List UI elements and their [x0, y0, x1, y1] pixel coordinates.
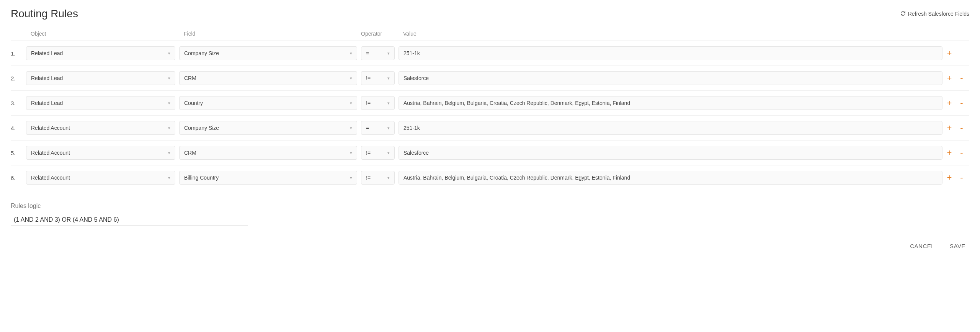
field-select-value: Billing Country — [184, 175, 219, 181]
field-select[interactable]: Company Size▾ — [179, 121, 357, 135]
chevron-down-icon: ▾ — [350, 150, 352, 155]
chevron-down-icon: ▾ — [350, 101, 352, 106]
add-rule-button[interactable]: + — [946, 74, 952, 82]
add-rule-button[interactable]: + — [946, 49, 952, 57]
chevron-down-icon: ▾ — [350, 126, 352, 131]
column-header-object: Object — [26, 31, 175, 37]
rule-row: 5.Related Account▾CRM▾!=▾+- — [11, 141, 969, 165]
operator-select-value: = — [366, 50, 369, 56]
operator-select-value: != — [366, 75, 371, 81]
rule-row: 3.Related Lead▾Country▾!=▾+- — [11, 91, 969, 116]
column-header-field: Field — [179, 31, 357, 37]
operator-select[interactable]: !=▾ — [361, 146, 395, 160]
chevron-down-icon: ▾ — [168, 76, 170, 81]
chevron-down-icon: ▾ — [350, 76, 352, 81]
save-button[interactable]: SAVE — [950, 243, 965, 249]
rule-number: 2. — [11, 75, 26, 82]
chevron-down-icon: ▾ — [168, 126, 170, 131]
chevron-down-icon: ▾ — [168, 51, 170, 56]
rule-row: 1.Related Lead▾Company Size▾=▾+ — [11, 41, 969, 66]
object-select[interactable]: Related Account▾ — [26, 171, 175, 185]
object-select[interactable]: Related Lead▾ — [26, 46, 175, 60]
field-select-value: Country — [184, 100, 203, 106]
object-select[interactable]: Related Account▾ — [26, 146, 175, 160]
value-input[interactable] — [399, 121, 942, 135]
field-select[interactable]: Billing Country▾ — [179, 171, 357, 185]
operator-select-value: != — [366, 150, 371, 156]
chevron-down-icon: ▾ — [168, 175, 170, 180]
field-select[interactable]: Country▾ — [179, 96, 357, 110]
value-input[interactable] — [399, 71, 942, 85]
field-select[interactable]: CRM▾ — [179, 71, 357, 85]
field-select[interactable]: CRM▾ — [179, 146, 357, 160]
value-input[interactable] — [399, 171, 942, 185]
remove-rule-button[interactable]: - — [959, 124, 965, 132]
chevron-down-icon: ▾ — [387, 175, 390, 180]
object-select-value: Related Lead — [31, 50, 63, 56]
rule-number: 3. — [11, 100, 26, 106]
rule-row: 2.Related Lead▾CRM▾!=▾+- — [11, 66, 969, 91]
chevron-down-icon: ▾ — [387, 126, 390, 131]
remove-rule-button[interactable]: - — [959, 149, 965, 157]
object-select-value: Related Account — [31, 150, 70, 156]
object-select-value: Related Lead — [31, 75, 63, 81]
rule-number: 1. — [11, 50, 26, 57]
operator-select-value: != — [366, 100, 371, 106]
remove-rule-button[interactable]: - — [959, 74, 965, 82]
operator-select[interactable]: =▾ — [361, 121, 395, 135]
column-header-operator: Operator — [361, 31, 395, 37]
add-rule-button[interactable]: + — [946, 99, 952, 107]
refresh-salesforce-fields-link[interactable]: Refresh Salesforce Fields — [900, 11, 969, 17]
operator-select[interactable]: =▾ — [361, 46, 395, 60]
rule-row: 4.Related Account▾Company Size▾=▾+- — [11, 116, 969, 141]
chevron-down-icon: ▾ — [168, 150, 170, 155]
refresh-label: Refresh Salesforce Fields — [908, 11, 969, 17]
value-input[interactable] — [399, 146, 942, 160]
object-select-value: Related Account — [31, 175, 70, 181]
object-select[interactable]: Related Lead▾ — [26, 96, 175, 110]
rule-number: 4. — [11, 125, 26, 131]
operator-select[interactable]: !=▾ — [361, 71, 395, 85]
chevron-down-icon: ▾ — [350, 175, 352, 180]
chevron-down-icon: ▾ — [387, 101, 390, 106]
field-select[interactable]: Company Size▾ — [179, 46, 357, 60]
cancel-button[interactable]: CANCEL — [910, 243, 934, 249]
value-input[interactable] — [399, 96, 942, 110]
field-select-value: Company Size — [184, 125, 219, 131]
object-select[interactable]: Related Lead▾ — [26, 71, 175, 85]
remove-rule-button[interactable]: - — [959, 99, 965, 107]
add-rule-button[interactable]: + — [946, 173, 952, 182]
object-select-value: Related Lead — [31, 100, 63, 106]
add-rule-button[interactable]: + — [946, 124, 952, 132]
chevron-down-icon: ▾ — [387, 51, 390, 56]
field-select-value: Company Size — [184, 50, 219, 56]
field-select-value: CRM — [184, 75, 196, 81]
operator-select-value: != — [366, 175, 371, 181]
chevron-down-icon: ▾ — [387, 76, 390, 81]
operator-select[interactable]: !=▾ — [361, 96, 395, 110]
operator-select[interactable]: !=▾ — [361, 171, 395, 185]
field-select-value: CRM — [184, 150, 196, 156]
column-header-value: Value — [399, 31, 942, 37]
add-rule-button[interactable]: + — [946, 149, 952, 157]
remove-rule-button[interactable]: - — [959, 173, 965, 182]
rules-logic-input[interactable] — [11, 214, 248, 226]
operator-select-value: = — [366, 125, 369, 131]
chevron-down-icon: ▾ — [168, 101, 170, 106]
page-title: Routing Rules — [11, 8, 78, 20]
chevron-down-icon: ▾ — [350, 51, 352, 56]
value-input[interactable] — [399, 46, 942, 60]
rules-logic-label: Rules logic — [11, 203, 969, 209]
rule-number: 6. — [11, 175, 26, 181]
refresh-icon — [900, 11, 906, 17]
rule-number: 5. — [11, 150, 26, 156]
object-select[interactable]: Related Account▾ — [26, 121, 175, 135]
chevron-down-icon: ▾ — [387, 150, 390, 155]
rules-table-header: Object Field Operator Value — [11, 31, 969, 41]
object-select-value: Related Account — [31, 125, 70, 131]
rule-row: 6.Related Account▾Billing Country▾!=▾+- — [11, 165, 969, 190]
